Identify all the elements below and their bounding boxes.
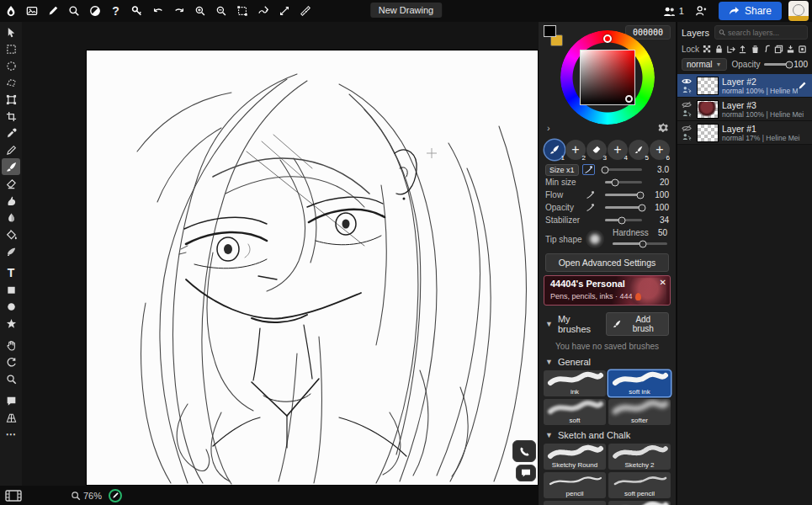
zoom-out-icon[interactable] [210,2,231,20]
tip-shape-preview[interactable] [586,230,604,248]
flow-slider[interactable] [605,194,642,196]
import-image-icon[interactable] [737,43,748,55]
brush-tile-sketchy-round[interactable]: Sketchy Round [544,444,606,470]
primary-color-swatch[interactable] [544,25,556,37]
move-tool[interactable] [2,24,20,40]
transform-icon[interactable] [231,2,252,20]
comment-tool[interactable] [2,392,20,409]
flow-pressure-toggle[interactable] [584,189,597,200]
brush-slot-4[interactable]: +4 [608,140,628,160]
layer-row-3[interactable]: Layer #3 normal 100% | Heline Mei [677,98,812,121]
collaborators-count[interactable]: 1 [663,6,684,17]
brush-slot-3[interactable]: 3 [586,140,607,160]
collapse-picker-arrow[interactable]: › [547,123,550,133]
brush-slot-6[interactable]: +6 [650,140,670,160]
theme-icon[interactable] [84,2,105,20]
redo-icon[interactable] [168,2,189,20]
min-size-slider[interactable] [605,181,642,183]
chat-button[interactable] [516,465,536,481]
brush-tile-soft[interactable]: soft [544,399,606,425]
perspective-tool[interactable] [2,409,20,426]
hand-tool[interactable] [2,337,20,354]
size-pressure-toggle[interactable] [582,164,595,175]
ruler-icon[interactable] [295,2,316,20]
hue-knob[interactable] [603,35,612,43]
zoom-tool[interactable] [2,370,20,387]
undo-icon[interactable] [147,2,168,20]
brush-slot-5[interactable]: 5 [629,140,649,160]
brush-tile-ink[interactable]: ink [544,370,606,396]
export-layer-icon[interactable] [725,43,736,55]
blend-tool[interactable] [2,209,20,226]
stabilizer-slider[interactable] [605,219,642,221]
search-menu-icon[interactable] [63,2,84,20]
general-section-header[interactable]: ▼ General [539,354,676,369]
gradient-tool[interactable] [2,242,20,259]
text-tool[interactable]: T [2,264,20,281]
layer-search-input[interactable] [728,29,804,37]
edit-menu-icon[interactable] [42,2,63,20]
add-brush-button[interactable]: Add brush [606,312,669,336]
active-user-badge[interactable] [109,489,122,502]
image-menu-icon[interactable] [21,2,42,20]
brush-tile-sketchy-2[interactable]: Sketchy 2 [608,444,671,470]
transform-tool[interactable] [2,91,20,108]
color-swatches[interactable] [544,25,569,50]
sketch-section-header[interactable]: ▼ Sketch and Chalk [539,427,676,442]
opacity-pressure-toggle[interactable] [584,202,597,213]
invite-user-icon[interactable] [691,2,712,20]
brush-tile-softer[interactable]: softer [608,399,671,425]
eraser-tool[interactable] [2,175,20,192]
polygon-select-tool[interactable] [2,74,20,91]
eyedropper-tool[interactable] [2,125,20,141]
hardness-slider[interactable] [613,242,667,245]
star-shape-tool[interactable] [2,315,20,332]
share-button[interactable]: Share [719,2,782,20]
lock-layer-icon[interactable] [714,43,724,55]
lasso-select-tool[interactable] [2,57,20,74]
opacity-slider[interactable] [605,206,642,209]
more-tools[interactable]: ⋯ [2,426,20,443]
open-advanced-settings-button[interactable]: Open Advanced Settings [545,253,669,272]
layer-row-2[interactable]: Layer #2 normal 100% | Heline Mei [677,74,812,98]
drawing-canvas[interactable] [87,50,538,485]
rectangle-shape-tool[interactable] [2,281,20,298]
animation-timeline-icon[interactable] [5,489,22,502]
brush-tile-soft-ink[interactable]: soft ink [608,370,671,396]
brush-tile-round-opacity[interactable]: Round Opacity [608,501,671,505]
size-slider[interactable] [603,168,642,171]
avatar[interactable] [788,1,809,21]
visibility-off-icon[interactable] [682,125,692,132]
help-icon[interactable]: ? [105,2,126,20]
rect-select-tool[interactable] [2,40,20,57]
crop-tool[interactable] [2,108,20,125]
layer-search-box[interactable] [714,25,808,40]
banner-close-icon[interactable]: ✕ [660,278,666,287]
visibility-off-icon[interactable] [682,101,692,109]
clipping-mask-icon[interactable] [762,43,772,55]
pencil-tool[interactable] [2,141,20,158]
ellipse-shape-tool[interactable] [2,298,20,315]
smudge-tool[interactable] [2,192,20,209]
brush-slot-2[interactable]: +2 [565,140,586,160]
picker-settings-gear-icon[interactable] [658,122,669,133]
voice-call-button[interactable] [512,440,536,462]
merge-down-icon[interactable] [785,43,796,55]
brush-tile-thin-graphite[interactable]: thin graphite [544,501,606,505]
visibility-on-icon[interactable] [682,77,692,85]
rotate-canvas-tool[interactable] [2,354,20,370]
sv-knob[interactable] [625,95,633,103]
saturation-value-box[interactable] [580,50,635,105]
brush-tile-soft-pencil[interactable]: soft pencil [608,472,671,498]
layer-row-1[interactable]: Layer #1 normal 17% | Heline Mei [677,121,812,145]
alpha-lock-icon[interactable] [702,43,713,55]
blend-mode-dropdown[interactable]: normal ▼ [682,58,727,71]
size-multiplier-button[interactable]: Size x1 [545,164,579,176]
brush-slot-1[interactable]: 1 [544,140,565,160]
fill-tool[interactable] [2,226,20,242]
flatten-icon[interactable] [797,43,808,55]
drawing-title[interactable]: New Drawing [370,3,442,18]
canvas-area[interactable] [22,22,539,486]
zoom-in-icon[interactable] [189,2,210,20]
delete-layer-icon[interactable] [750,43,761,55]
